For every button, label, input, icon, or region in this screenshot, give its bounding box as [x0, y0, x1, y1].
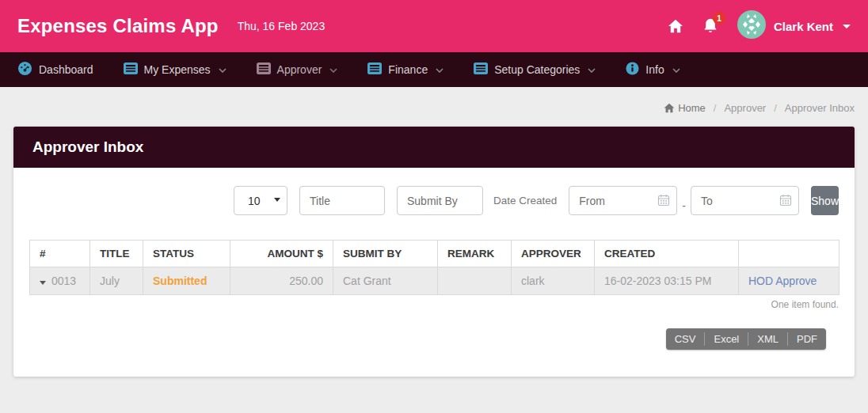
cell-submit-by: Cat Grant: [333, 267, 438, 295]
list-icon: [257, 63, 271, 77]
claims-table: # TITLE STATUS AMOUNT $ SUBMIT BY REMARK…: [29, 240, 839, 295]
date-to-input[interactable]: [691, 186, 799, 215]
chevron-down-icon: [672, 68, 680, 73]
cell-action: HOD Approve: [739, 267, 839, 295]
claim-id: 0013: [51, 275, 76, 287]
expand-row-icon[interactable]: [40, 281, 46, 285]
nav-item-setup-categories[interactable]: Setup Categories: [474, 63, 596, 77]
info-circle-icon: [626, 62, 639, 78]
col-header-remark: REMARK: [438, 241, 512, 267]
breadcrumb-current: Approver Inbox: [785, 102, 855, 114]
table-row: 0013 July Submitted 250.00 Cat Grant cla…: [30, 267, 839, 295]
nav-label: Dashboard: [39, 63, 93, 76]
cell-created: 16-02-2023 03:15 PM: [595, 267, 739, 295]
nav-label: Info: [645, 63, 664, 76]
list-icon: [367, 63, 382, 77]
date-to-wrap: [691, 186, 799, 215]
breadcrumb-label: Home: [678, 102, 706, 114]
hod-approve-link[interactable]: HOD Approve: [748, 275, 817, 287]
list-icon: [474, 63, 488, 77]
date-from-input[interactable]: [569, 186, 677, 215]
list-icon: [124, 63, 138, 77]
panel-body: 10 Date Created - Show: [13, 168, 855, 377]
nav-item-my-expenses[interactable]: My Expenses: [124, 63, 227, 77]
chevron-down-icon: [329, 68, 337, 73]
nav-item-info[interactable]: Info: [626, 62, 680, 78]
nav-label: My Expenses: [144, 63, 211, 76]
results-summary: One item found.: [29, 299, 839, 310]
col-header-amount: AMOUNT $: [230, 241, 333, 267]
breadcrumb-separator: /: [714, 102, 717, 114]
breadcrumb-approver-link[interactable]: Approver: [724, 102, 766, 114]
table-header-row: # TITLE STATUS AMOUNT $ SUBMIT BY REMARK…: [30, 241, 839, 267]
breadcrumb-home-link[interactable]: Home: [664, 102, 706, 114]
approver-inbox-panel: Approver Inbox 10 Date Created -: [13, 127, 855, 377]
breadcrumb: Home / Approver / Approver Inbox: [664, 102, 855, 114]
col-header-status: STATUS: [143, 241, 230, 267]
home-icon[interactable]: [668, 19, 683, 33]
main-nav: Dashboard My Expenses Approver Finance: [0, 52, 868, 87]
panel-header: Approver Inbox: [13, 127, 855, 168]
app-root: Expenses Claims App Thu, 16 Feb 2023 1: [0, 0, 868, 413]
page-title: Approver Inbox: [32, 138, 143, 156]
col-header-id: #: [30, 241, 90, 267]
col-header-approver: APPROVER: [512, 241, 595, 267]
nav-label: Setup Categories: [494, 63, 580, 76]
chevron-down-icon: [588, 68, 596, 73]
user-menu[interactable]: Clark Kent: [737, 10, 851, 42]
home-icon: [664, 103, 675, 113]
header-date: Thu, 16 Feb 2023: [238, 20, 326, 32]
notification-badge: 1: [713, 12, 725, 25]
nav-item-approver[interactable]: Approver: [257, 63, 338, 77]
export-button-group: CSV Excel XML PDF: [666, 328, 826, 350]
chevron-down-icon: [219, 68, 227, 73]
caret-down-icon: [843, 25, 851, 28]
avatar: [737, 10, 766, 42]
show-button[interactable]: Show: [811, 186, 839, 215]
breadcrumb-separator: /: [774, 102, 777, 114]
bell-icon[interactable]: 1: [702, 17, 718, 35]
date-range-separator: -: [682, 199, 686, 215]
app-title: Expenses Claims App: [17, 15, 219, 37]
header-actions: 1: [668, 10, 851, 42]
cell-status: Submitted: [143, 267, 230, 295]
chevron-down-icon: [436, 68, 444, 73]
col-header-submit-by: SUBMIT BY: [333, 241, 438, 267]
submit-by-filter-input[interactable]: [397, 186, 483, 215]
dashboard-gauge-icon: [17, 61, 32, 78]
col-header-created: CREATED: [595, 241, 739, 267]
cell-amount: 250.00: [230, 267, 333, 295]
top-header: Expenses Claims App Thu, 16 Feb 2023 1: [0, 0, 868, 52]
nav-item-finance[interactable]: Finance: [367, 63, 444, 77]
nav-label: Finance: [388, 63, 428, 76]
title-filter-input[interactable]: [299, 186, 385, 215]
cell-id: 0013: [30, 267, 90, 295]
date-created-label: Date Created: [493, 195, 557, 206]
export-csv-button[interactable]: CSV: [666, 328, 705, 350]
col-header-action: [739, 241, 839, 267]
cell-approver: clark: [512, 267, 595, 295]
filter-row: 10 Date Created - Show: [29, 186, 839, 215]
nav-item-dashboard[interactable]: Dashboard: [17, 61, 93, 78]
user-name: Clark Kent: [774, 20, 833, 33]
export-excel-button[interactable]: Excel: [705, 328, 748, 350]
cell-title: July: [90, 267, 143, 295]
nav-label: Approver: [277, 63, 322, 76]
export-pdf-button[interactable]: PDF: [788, 328, 826, 350]
col-header-title: TITLE: [90, 241, 143, 267]
cell-remark: [438, 267, 512, 295]
date-from-wrap: [569, 186, 677, 215]
status-badge: Submitted: [153, 275, 207, 287]
page-size-select-wrap: 10: [234, 186, 287, 215]
export-xml-button[interactable]: XML: [748, 328, 787, 350]
page-size-select[interactable]: 10: [234, 186, 287, 215]
export-row: CSV Excel XML PDF: [29, 328, 839, 350]
